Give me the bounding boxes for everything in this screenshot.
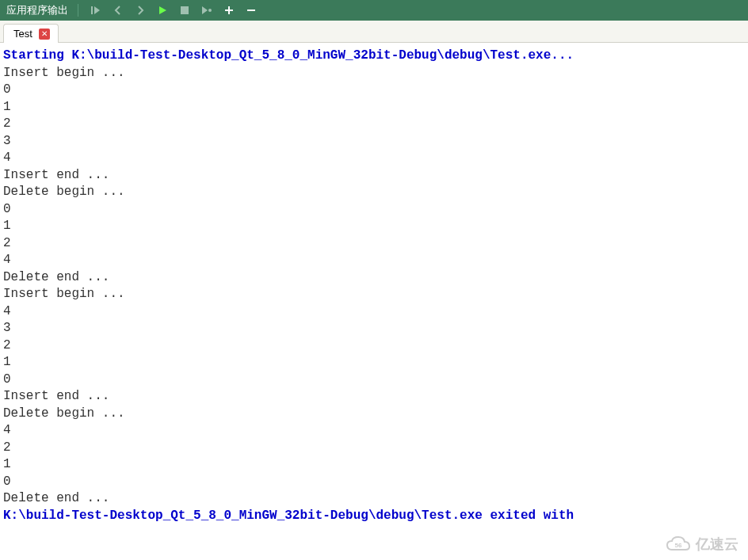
output-line: 2 <box>3 236 11 250</box>
output-exit-line: K:\build-Test-Desktop_Qt_5_8_0_MinGW_32b… <box>3 509 574 523</box>
output-line: 0 <box>3 202 11 216</box>
back-icon[interactable] <box>110 2 126 18</box>
output-line: 4 <box>3 150 11 165</box>
close-icon[interactable]: ✕ <box>39 29 50 40</box>
output-line: Delete end ... <box>3 491 109 505</box>
svg-rect-0 <box>91 6 93 14</box>
output-line: Insert end ... <box>3 389 109 403</box>
plus-icon[interactable] <box>221 2 237 18</box>
output-line: 1 <box>3 457 11 471</box>
svg-point-2 <box>208 9 212 12</box>
output-line: Insert begin ... <box>3 66 125 80</box>
output-line: 2 <box>3 116 11 131</box>
titlebar: 应用程序输出 <box>0 0 748 21</box>
output-start-line: Starting K:\build-Test-Desktop_Qt_5_8_0_… <box>3 48 574 63</box>
minus-icon[interactable] <box>243 2 259 18</box>
output-line: 1 <box>3 219 11 233</box>
watermark: 56 亿速云 <box>666 535 738 554</box>
output-line: 1 <box>3 355 11 369</box>
output-line: Insert begin ... <box>3 287 125 301</box>
output-line: 1 <box>3 100 11 114</box>
tab-bar: Test ✕ <box>0 21 748 43</box>
output-line: 3 <box>3 134 11 148</box>
output-line: 2 <box>3 338 11 352</box>
svg-text:56: 56 <box>675 542 682 549</box>
output-line: 0 <box>3 474 11 489</box>
output-line: Insert end ... <box>3 168 109 182</box>
divider <box>78 4 78 17</box>
output-pane: Starting K:\build-Test-Desktop_Qt_5_8_0_… <box>0 43 748 529</box>
stop-icon[interactable] <box>177 2 193 18</box>
output-line: 4 <box>3 304 11 318</box>
output-line: Delete begin ... <box>3 406 125 421</box>
run-icon[interactable] <box>155 2 170 18</box>
output-line: 2 <box>3 440 11 455</box>
forward-icon[interactable] <box>132 2 148 18</box>
output-line: Delete end ... <box>3 270 109 284</box>
svg-rect-1 <box>181 6 189 14</box>
watermark-text: 亿速云 <box>696 535 738 554</box>
output-line: 4 <box>3 253 11 267</box>
step-icon[interactable] <box>88 2 104 18</box>
output-line: 3 <box>3 321 11 335</box>
tab-test[interactable]: Test ✕ <box>3 24 59 43</box>
output-line: 4 <box>3 423 11 437</box>
output-line: 0 <box>3 372 11 387</box>
titlebar-text: 应用程序输出 <box>6 3 68 17</box>
cloud-icon: 56 <box>666 535 691 553</box>
output-line: Delete begin ... <box>3 185 125 199</box>
tab-label: Test <box>13 28 32 40</box>
record-icon[interactable] <box>199 2 215 18</box>
output-line: 0 <box>3 82 11 97</box>
